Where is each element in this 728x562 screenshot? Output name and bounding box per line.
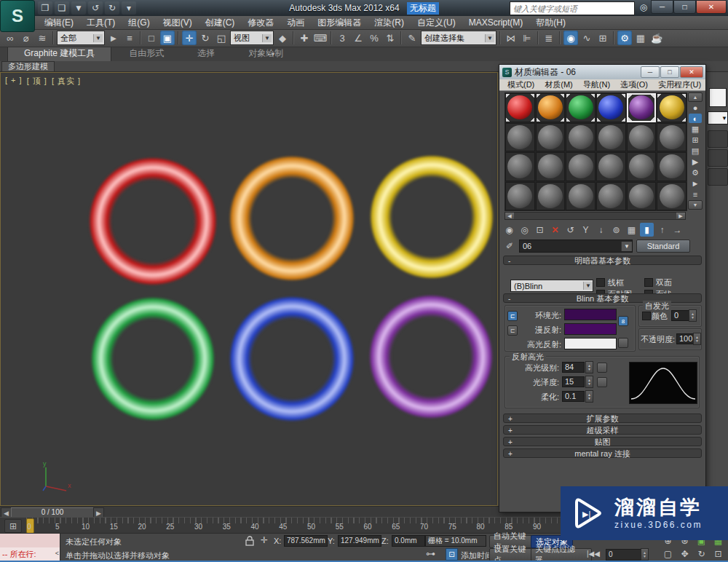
bind-to-space-warp-button[interactable]: ≋ <box>35 31 50 45</box>
ribbon-tab-0[interactable]: Graphite 建模工具 <box>7 45 111 61</box>
maxscript-mini-listener[interactable]: -- 所在行: < <box>0 534 60 561</box>
material-slot-11[interactable] <box>627 123 657 152</box>
search-input[interactable] <box>510 4 634 13</box>
material-slot-9[interactable] <box>566 123 596 152</box>
menubar-item-8[interactable]: 渲染(R) <box>368 17 411 29</box>
material-slot-18[interactable] <box>657 152 687 181</box>
rollout-collapsed-1[interactable]: +超级采样 <box>503 425 702 435</box>
slots-horizontal-scrollbar[interactable]: ◀ ▶ <box>505 212 686 220</box>
keyboard-override-button[interactable]: ⌨ <box>313 31 328 45</box>
percent-snap-button[interactable]: % <box>367 31 381 45</box>
material-slot-1[interactable] <box>505 93 535 122</box>
material-slot-19[interactable] <box>505 182 535 211</box>
menubar-item-6[interactable]: 动画 <box>280 17 311 29</box>
new-file-button[interactable]: ❐ <box>38 1 52 15</box>
map-button[interactable] <box>597 377 607 387</box>
me-menu-item-2[interactable]: 导航(N) <box>578 79 615 90</box>
absolute-mode-transform-icon[interactable]: ✛ <box>258 535 270 547</box>
put-to-library-button[interactable]: ↓ <box>594 223 608 237</box>
material-slot-4[interactable] <box>596 93 626 122</box>
unlink-selection-button[interactable]: ⌀ <box>19 31 33 45</box>
application-menu-button[interactable]: S <box>0 0 35 32</box>
highlight-value-field[interactable]: 15 <box>562 376 585 387</box>
ambient-color-swatch[interactable] <box>564 309 617 320</box>
material-slot-6[interactable] <box>657 93 687 122</box>
select-and-link-button[interactable]: ∞ <box>3 31 17 45</box>
window-crossing-button[interactable]: ▣ <box>160 31 175 45</box>
self-illumination-spinner[interactable]: ▲▼ <box>689 309 697 322</box>
material-slot-23[interactable] <box>627 182 657 211</box>
me-menu-item-1[interactable]: 材质(M) <box>539 79 578 90</box>
menubar-item-9[interactable]: 自定义(U) <box>411 17 462 29</box>
open-mini-curve-editor-button[interactable]: ⊞ <box>4 519 22 533</box>
material-slot-14[interactable] <box>536 152 566 181</box>
ambient-diffuse-lock-left-icon[interactable]: ⊏ <box>507 311 518 321</box>
me-menu-item-0[interactable]: 模式(D) <box>502 79 539 90</box>
material-slot-7[interactable] <box>505 123 535 152</box>
value-spinner[interactable]: ▲▼ <box>585 376 593 388</box>
material-name-dropdown[interactable]: 06 ▼ <box>519 240 633 253</box>
value-spinner[interactable]: ▲▼ <box>585 361 593 373</box>
specular-map-button[interactable] <box>618 338 628 348</box>
viewport-top[interactable]: [ + ] [ 顶 ] [ 真实 ] y x <box>0 72 498 506</box>
y-coordinate-field[interactable]: 127.949mm <box>338 535 381 547</box>
frame-spinner[interactable]: ▲▼ <box>641 548 649 561</box>
material-slot-22[interactable] <box>596 182 626 211</box>
material-editor-button[interactable]: ◉ <box>563 31 578 45</box>
rollout-collapsed-0[interactable]: +扩展参数 <box>503 413 702 423</box>
scroll-left-button[interactable]: ◀ <box>505 213 514 219</box>
material-slot-16[interactable] <box>596 152 626 181</box>
named-sets-dropdown[interactable]: 创建选择集▼ <box>421 31 496 45</box>
material-map-navigator-button[interactable]: ≡ <box>689 190 702 199</box>
viewport-pov-menu[interactable]: [ 顶 ] <box>27 76 47 87</box>
select-and-rotate-button[interactable]: ↻ <box>198 31 213 45</box>
panel-button[interactable] <box>708 130 728 148</box>
edit-named-sets-button[interactable]: ✎ <box>405 31 419 45</box>
menubar-item-1[interactable]: 工具(T) <box>80 17 122 29</box>
minimize-button[interactable]: ─ <box>651 0 673 14</box>
schematic-view-button[interactable]: ⊞ <box>596 31 610 45</box>
menubar-item-0[interactable]: 编辑(E) <box>38 17 80 29</box>
ambient-diffuse-lock-icon[interactable]: 8 <box>618 316 628 326</box>
delete-material-button[interactable]: ✕ <box>548 223 562 237</box>
rendered-frame-button[interactable]: ▦ <box>633 31 648 45</box>
open-file-button[interactable]: ❏ <box>55 1 69 15</box>
select-and-manipulate-button[interactable]: ✚ <box>297 31 312 45</box>
pick-material-from-object-button[interactable]: ✐ <box>504 240 515 252</box>
backlight-button[interactable]: ◐ <box>689 114 702 123</box>
diffuse-bracket-icon[interactable]: ⊏ <box>507 325 518 336</box>
shader-checkbox-0[interactable]: 线框 <box>596 277 644 288</box>
purple-torus[interactable] <box>368 294 494 419</box>
menubar-item-2[interactable]: 组(G) <box>122 17 156 29</box>
menubar-item-11[interactable]: 帮助(H) <box>529 17 572 29</box>
snap-toggle-3d-button[interactable]: 3 <box>335 31 349 45</box>
search-button[interactable]: ◎ <box>637 1 650 13</box>
go-forward-sibling-button[interactable]: → <box>670 223 684 237</box>
put-to-scene-button[interactable]: ◎ <box>518 223 531 237</box>
select-by-material-button[interactable]: ► <box>689 179 702 189</box>
value-spinner[interactable]: ▲▼ <box>585 390 593 403</box>
blue-torus[interactable] <box>229 296 355 422</box>
panel-button[interactable] <box>708 149 728 167</box>
quick-access-menu-button[interactable]: ▾ <box>122 1 136 15</box>
undo-button[interactable]: ↺ <box>88 1 103 15</box>
red-torus[interactable] <box>88 157 218 286</box>
specular-color-swatch[interactable] <box>564 338 617 349</box>
material-slot-2[interactable] <box>536 93 566 122</box>
viewport-shading-menu[interactable]: [ 真实 ] <box>52 76 81 87</box>
menubar-item-5[interactable]: 修改器 <box>241 17 280 29</box>
menubar-item-4[interactable]: 创建(C) <box>199 17 242 29</box>
video-color-check-button[interactable]: ▤ <box>689 146 702 156</box>
mirror-button[interactable]: ⋈ <box>504 31 518 45</box>
material-slot-15[interactable] <box>566 152 596 181</box>
maximize-viewport-button[interactable]: ⊡ <box>710 547 727 561</box>
listener-scroll-arrow[interactable]: < <box>55 550 59 557</box>
set-key-button[interactable]: 设置关键点 <box>489 548 536 561</box>
select-by-name-button[interactable]: ≡ <box>122 31 137 45</box>
selection-lock-icon[interactable] <box>245 536 255 546</box>
panel-button[interactable] <box>708 168 728 186</box>
assign-material-to-selection-button[interactable]: ⊡ <box>533 223 547 237</box>
maximize-button[interactable]: □ <box>673 0 696 14</box>
current-frame-field[interactable]: 0 <box>606 549 644 561</box>
material-slot-5[interactable] <box>627 93 657 122</box>
